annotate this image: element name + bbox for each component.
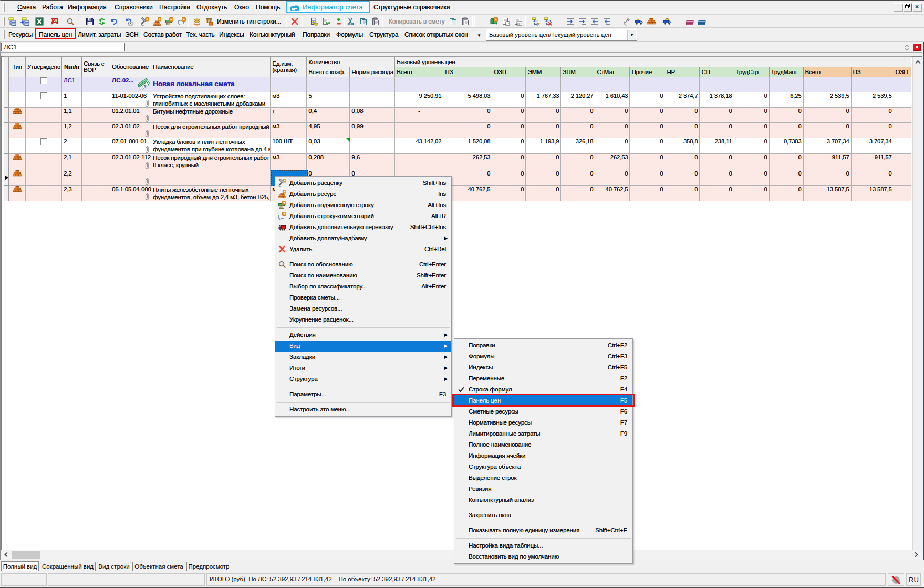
svg-text:+-: +- xyxy=(327,20,329,24)
svg-text:PDF: PDF xyxy=(51,18,58,22)
svg-text:P: P xyxy=(506,22,508,25)
svg-text:ПР: ПР xyxy=(517,22,522,25)
